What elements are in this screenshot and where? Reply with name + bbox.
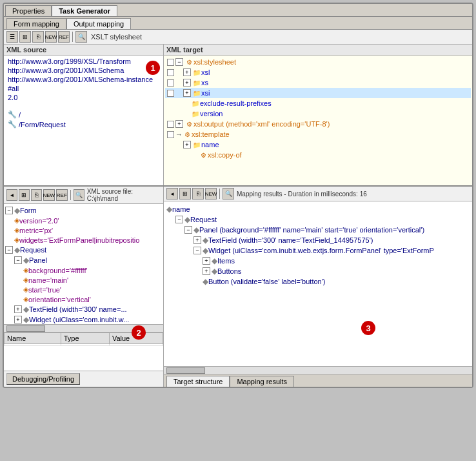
checkbox-2[interactable] xyxy=(167,79,174,87)
expand-request[interactable]: − xyxy=(5,246,13,254)
tree-row-xs[interactable]: + 📁 xs xyxy=(165,77,471,88)
bl-tree-version[interactable]: ◈ version='2.0' xyxy=(5,216,162,225)
tree-row-xsi[interactable]: + 📁 xsi xyxy=(165,88,471,98)
bl-btn-search[interactable]: 🔍 xyxy=(74,189,84,201)
bl-scrollbar-thumb[interactable] xyxy=(6,325,45,332)
wrench-icon-1: 🔧 xyxy=(8,110,17,119)
expand-tf[interactable]: + xyxy=(14,305,22,313)
bl-sep xyxy=(70,190,71,200)
br-expand-items[interactable]: + xyxy=(203,257,210,265)
bl-btn-4[interactable]: NEW xyxy=(43,189,55,201)
xml-source-item-wrench2[interactable]: 🔧 /Form/Request xyxy=(5,119,162,129)
tree-row-copyof[interactable]: ⚙ xsl:copy-of xyxy=(165,150,471,160)
checkbox-6[interactable] xyxy=(167,121,174,128)
tree-row-exclude[interactable]: 📁 exclude-result-prefixes xyxy=(165,98,471,108)
expand-form[interactable]: − xyxy=(5,207,13,214)
second-tabs-bar: Form mapping Output mapping xyxy=(4,17,472,30)
tab-form-mapping[interactable]: Form mapping xyxy=(6,18,66,29)
bl-btn-1[interactable]: ◄ xyxy=(6,189,17,201)
tree-row-version[interactable]: 📁 version xyxy=(165,108,471,119)
bl-tree-widgets[interactable]: ◈ widgets='ExtFormPanel|inubitrepositio xyxy=(5,235,162,245)
br-expand-req[interactable]: − xyxy=(175,216,183,223)
expand-xsi[interactable]: + xyxy=(183,89,191,97)
bl-btn-5[interactable]: REF xyxy=(56,189,68,201)
toolbar-btn-ref[interactable]: REF xyxy=(58,31,70,43)
col-name: Name xyxy=(5,333,61,344)
xml-source-item-0[interactable]: http://www.w3.org/1999/XSL/Transform xyxy=(5,57,162,66)
xml-source-item-2[interactable]: http://www.w3.org/2001/XMLSchema-instanc… xyxy=(5,75,162,84)
br-expand-panel[interactable]: − xyxy=(184,226,192,234)
toolbar-btn-search[interactable]: 🔍 xyxy=(75,31,87,43)
br-scrollbar[interactable] xyxy=(164,366,472,374)
tab-target-structure[interactable]: Target structure xyxy=(166,376,230,387)
toolbar-btn-new[interactable]: NEW xyxy=(45,31,57,43)
br-tree-button[interactable]: ◆ Button (validate='false' label='button… xyxy=(166,276,470,287)
br-text-request: Request xyxy=(190,216,217,223)
diamond-icon-br-items: ◆ xyxy=(212,256,217,265)
br-expand-widget[interactable]: − xyxy=(193,247,201,254)
br-text-buttons: Buttons xyxy=(217,267,241,275)
tree-row-name[interactable]: + 📁 name xyxy=(165,139,471,150)
br-tree-items[interactable]: + ◆ Items xyxy=(166,256,470,266)
xml-source-item-1[interactable]: http://www.w3.org/2001/XMLSchema xyxy=(5,66,162,75)
bl-tree-orientation[interactable]: ◈ orientation='vertical' xyxy=(5,294,162,304)
toolbar-separator xyxy=(72,32,73,42)
tab-output-mapping[interactable]: Output mapping xyxy=(66,18,131,29)
expand-output[interactable]: + xyxy=(175,120,183,128)
checkbox-3[interactable] xyxy=(167,90,174,97)
br-tree-request[interactable]: − ◆ Request xyxy=(166,214,470,225)
diamond-icon-tf: ◆ xyxy=(23,305,29,314)
tree-row-stylesheet[interactable]: − ⚙ xsl:stylesheet xyxy=(165,57,471,67)
tab-mapping-results[interactable]: Mapping results xyxy=(230,376,294,387)
br-btn-4[interactable]: NEW xyxy=(205,188,217,200)
debug-button[interactable]: Debugging/Profiling xyxy=(6,373,80,385)
bl-tree-textfield[interactable]: + ◆ TextField (width='300' name=... xyxy=(5,304,162,314)
checkbox-1[interactable] xyxy=(167,69,174,76)
tree-row-xsl[interactable]: + 📁 xsl xyxy=(165,67,471,77)
tree-row-output[interactable]: + ⚙ xsl:output (method='xml' encoding='U… xyxy=(165,119,471,129)
expand-xs[interactable]: + xyxy=(183,79,191,87)
bl-tree-form[interactable]: − ◆ Form xyxy=(5,205,162,216)
br-btn-search[interactable]: 🔍 xyxy=(223,188,234,200)
xml-source-item-wrench1[interactable]: 🔧 / xyxy=(5,110,162,119)
bl-tree-metric[interactable]: ◈ metric='px' xyxy=(5,225,162,235)
toolbar-btn-grid[interactable]: ⊞ xyxy=(19,31,31,43)
br-tree-textfield[interactable]: + ◆ TextField (width='300' name='TextFie… xyxy=(166,235,470,245)
xml-source-item-4[interactable]: 2.0 xyxy=(5,93,162,102)
br-tree-panel[interactable]: − ◆ Panel (background='#ffffff' name='ma… xyxy=(166,225,470,235)
br-expand-tf[interactable]: + xyxy=(193,236,201,244)
toolbar-btn-copy[interactable]: ⎘ xyxy=(32,31,44,43)
bl-btn-2[interactable]: ⊞ xyxy=(19,189,30,201)
br-tree-name[interactable]: ◆ name xyxy=(166,204,470,214)
br-btn-1[interactable]: ◄ xyxy=(166,188,178,200)
toolbar-btn-menu[interactable]: ☰ xyxy=(6,31,18,43)
bl-tree-request[interactable]: − ◆ Request xyxy=(5,245,162,255)
br-expand-buttons[interactable]: + xyxy=(203,267,210,275)
expand-stylesheet[interactable]: − xyxy=(175,58,183,66)
expand-xsl[interactable]: + xyxy=(183,68,191,76)
bl-tree-background[interactable]: ◈ background='#ffffff' xyxy=(5,265,162,275)
bl-tree-start[interactable]: ◈ start='true' xyxy=(5,285,162,294)
bl-tree-panel[interactable]: − ◆ Panel xyxy=(5,255,162,265)
expand-name[interactable]: + xyxy=(183,141,191,149)
br-text-items: Items xyxy=(217,257,235,265)
br-tree-buttons[interactable]: + ◆ Buttons xyxy=(166,266,470,276)
folder-icon-xsl: 📁 xyxy=(192,68,201,77)
br-tree-widget[interactable]: − ◆ Widget (uiClass='com.inubit.web.extj… xyxy=(166,245,470,256)
bl-btn-3[interactable]: ⎘ xyxy=(31,189,42,201)
expand-w[interactable]: + xyxy=(14,316,22,323)
bl-tree-widget[interactable]: + ◆ Widget (uiClass='com.inubit.w... xyxy=(5,314,162,324)
checkbox-7[interactable] xyxy=(167,131,174,138)
br-btn-3[interactable]: ⎘ xyxy=(192,188,204,200)
xml-source-item-3[interactable]: #all xyxy=(5,84,162,93)
col-type: Type xyxy=(61,333,109,344)
tab-task-generator[interactable]: Task Generator xyxy=(52,5,117,16)
br-btn-2[interactable]: ⊞ xyxy=(179,188,191,200)
expand-panel[interactable]: − xyxy=(14,256,22,264)
br-scrollbar-thumb[interactable] xyxy=(166,367,205,374)
tab-properties[interactable]: Properties xyxy=(5,5,52,16)
props-td-3 xyxy=(109,344,163,346)
bl-tree-name-attr[interactable]: ◈ name='main' xyxy=(5,275,162,285)
tree-row-template[interactable]: → ⚙ xsl:template xyxy=(165,129,471,139)
checkbox-0[interactable] xyxy=(167,59,174,66)
